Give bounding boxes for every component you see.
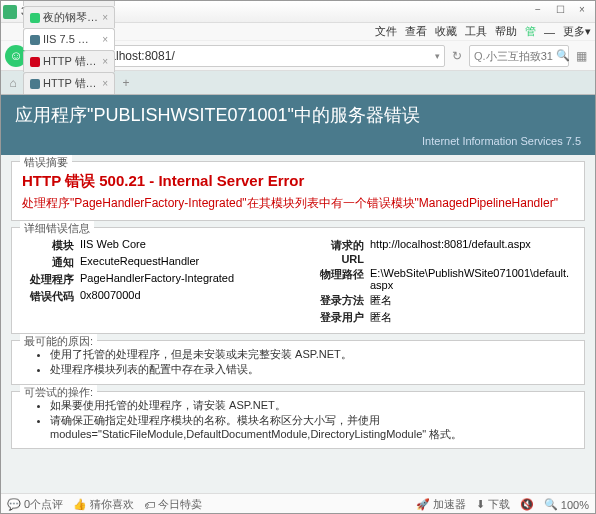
- list-item: 处理程序模块列表的配置中存在录入错误。: [50, 362, 574, 376]
- tab-close-icon[interactable]: ×: [102, 78, 108, 89]
- error-hero: 应用程序"PUBLISHWSITE071001"中的服务器错误 Internet…: [1, 95, 595, 155]
- accelerator-link[interactable]: 🚀加速器: [416, 497, 466, 512]
- tag-icon: 🏷: [144, 499, 155, 511]
- menu-help[interactable]: 帮助: [495, 24, 517, 39]
- search-go-icon[interactable]: 🔍: [556, 49, 570, 62]
- detail-value: ExecuteRequestHandler: [80, 255, 288, 270]
- menu-tools[interactable]: 工具: [465, 24, 487, 39]
- detail-value: 匿名: [370, 293, 574, 308]
- detail-value: IIS Web Core: [80, 238, 288, 253]
- extensions-button[interactable]: ▦: [571, 46, 591, 66]
- detail-value: E:\WebSite\PublishWSite071001\default.as…: [370, 267, 574, 291]
- causes-legend: 最可能的原因:: [20, 334, 97, 349]
- thumb-icon: 👍: [73, 498, 87, 511]
- list-item: 请确保正确指定处理程序模块的名称。模块名称区分大小写，并使用 modules="…: [50, 413, 574, 442]
- zoom-icon: 🔍: [544, 498, 558, 511]
- minimize-button[interactable]: −: [527, 4, 549, 20]
- new-tab-button[interactable]: +: [116, 73, 136, 93]
- speaker-icon: 🔇: [520, 498, 534, 511]
- tab-bar: ⌂ Win7-64bit配置 …×夜的钢琴曲(五)…×IIS 7.5 详细错误 …: [1, 71, 595, 95]
- home-icon[interactable]: ⌂: [3, 73, 23, 93]
- menu-promo[interactable]: 管: [525, 24, 536, 39]
- like-link[interactable]: 👍猜你喜欢: [73, 497, 134, 512]
- detail-row: 通知ExecuteRequestHandler: [22, 255, 288, 270]
- more-button[interactable]: 更多▾: [563, 24, 591, 39]
- search-input[interactable]: [486, 50, 556, 62]
- rocket-icon: 🚀: [416, 498, 430, 511]
- error-details-panel: 详细错误信息 模块IIS Web Core通知ExecuteRequestHan…: [11, 227, 585, 334]
- app-icon: [3, 5, 17, 19]
- tab-close-icon[interactable]: ×: [102, 0, 108, 1]
- detail-row: 处理程序PageHandlerFactory-Integrated: [22, 272, 288, 287]
- detail-value: PageHandlerFactory-Integrated: [80, 272, 288, 287]
- detail-key: 物理路径: [308, 267, 370, 291]
- tab-label: HTTP 错误 500.…: [43, 76, 99, 91]
- mute-button[interactable]: 🔇: [520, 498, 534, 511]
- error-description: 处理程序"PageHandlerFactory-Integrated"在其模块列…: [22, 195, 574, 212]
- tab-close-icon[interactable]: ×: [102, 12, 108, 23]
- detail-key: 错误代码: [22, 289, 80, 304]
- favicon: [30, 35, 40, 45]
- menu-view[interactable]: 查看: [405, 24, 427, 39]
- comment-icon: 💬: [7, 498, 21, 511]
- details-legend: 详细错误信息: [20, 221, 94, 236]
- detail-key: 登录方法: [308, 293, 370, 308]
- error-code-title: HTTP 错误 500.21 - Internal Server Error: [22, 172, 574, 191]
- favicon: [30, 57, 40, 67]
- zoom-control[interactable]: 🔍100%: [544, 498, 589, 511]
- detail-key: 请求的 URL: [308, 238, 370, 265]
- favicon: [30, 0, 40, 1]
- detail-row: 请求的 URLhttp://localhost:8081/default.asp…: [308, 238, 574, 265]
- actions-legend: 可尝试的操作:: [20, 385, 97, 400]
- download-link[interactable]: ⬇下载: [476, 497, 510, 512]
- error-summary-panel: 错误摘要 HTTP 错误 500.21 - Internal Server Er…: [11, 161, 585, 221]
- close-button[interactable]: ×: [571, 4, 593, 20]
- address-bar[interactable]: 🔒 localhost:8081/ ▾: [73, 45, 445, 67]
- url-text: localhost:8081/: [94, 49, 435, 63]
- window-controls-sep: —: [544, 26, 555, 38]
- url-dropdown-icon[interactable]: ▾: [435, 51, 440, 61]
- menu-file[interactable]: 文件: [375, 24, 397, 39]
- comments-link[interactable]: 💬0个点评: [7, 497, 63, 512]
- page-title: 应用程序"PUBLISHWSITE071001"中的服务器错误: [15, 103, 581, 127]
- detail-key: 通知: [22, 255, 80, 270]
- maximize-button[interactable]: ☐: [549, 4, 571, 20]
- list-item: 如果要使用托管的处理程序，请安装 ASP.NET。: [50, 398, 574, 412]
- tab-close-icon[interactable]: ×: [102, 56, 108, 67]
- favicon: [30, 13, 40, 23]
- page-content: 应用程序"PUBLISHWSITE071001"中的服务器错误 Internet…: [1, 95, 595, 493]
- tab-close-icon[interactable]: ×: [102, 34, 108, 45]
- reload-button[interactable]: ↻: [447, 46, 467, 66]
- detail-value: http://localhost:8081/default.aspx: [370, 238, 574, 265]
- search-icon: Q.: [474, 50, 486, 62]
- tab-label: IIS 7.5 详细错误 …: [43, 32, 99, 47]
- tab-4[interactable]: HTTP 错误 500.…×: [23, 72, 115, 94]
- list-item: 使用了托管的处理程序，但是未安装或未完整安装 ASP.NET。: [50, 347, 574, 361]
- page-subtitle: Internet Information Services 7.5: [15, 135, 581, 147]
- tab-1[interactable]: 夜的钢琴曲(五)…×: [23, 6, 115, 28]
- menu-fav[interactable]: 收藏: [435, 24, 457, 39]
- search-box[interactable]: Q. 🔍: [469, 45, 569, 67]
- detail-key: 登录用户: [308, 310, 370, 325]
- tab-label: Win7-64bit配置 …: [43, 0, 99, 3]
- deals-link[interactable]: 🏷今日特卖: [144, 497, 202, 512]
- detail-key: 模块: [22, 238, 80, 253]
- download-icon: ⬇: [476, 498, 485, 511]
- actions-panel: 可尝试的操作: 如果要使用托管的处理程序，请安装 ASP.NET。请确保正确指定…: [11, 391, 585, 450]
- detail-row: 模块IIS Web Core: [22, 238, 288, 253]
- detail-key: 处理程序: [22, 272, 80, 287]
- tab-3[interactable]: HTTP 错误 500.…×: [23, 50, 115, 72]
- favicon: [30, 79, 40, 89]
- detail-row: 错误代码0x8007000d: [22, 289, 288, 304]
- detail-row: 登录方法匿名: [308, 293, 574, 308]
- tab-label: HTTP 错误 500.…: [43, 54, 99, 69]
- likely-causes-panel: 最可能的原因: 使用了托管的处理程序，但是未安装或未完整安装 ASP.NET。处…: [11, 340, 585, 385]
- summary-legend: 错误摘要: [20, 155, 72, 170]
- tab-2[interactable]: IIS 7.5 详细错误 …×: [23, 28, 115, 50]
- tab-label: 夜的钢琴曲(五)…: [43, 10, 99, 25]
- detail-value: 0x8007000d: [80, 289, 288, 304]
- detail-row: 物理路径E:\WebSite\PublishWSite071001\defaul…: [308, 267, 574, 291]
- detail-row: 登录用户匿名: [308, 310, 574, 325]
- detail-value: 匿名: [370, 310, 574, 325]
